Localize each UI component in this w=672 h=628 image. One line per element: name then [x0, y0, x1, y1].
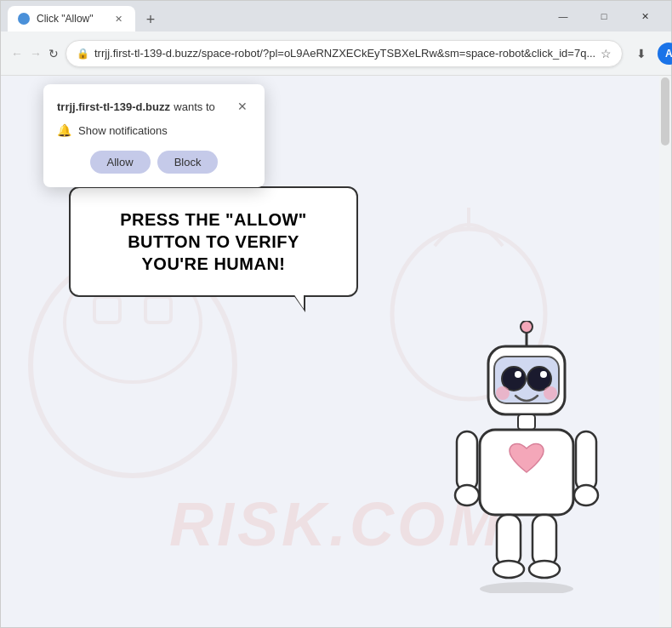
- scrollbar[interactable]: [659, 76, 671, 627]
- svg-point-25: [529, 561, 560, 578]
- lock-icon: 🔒: [77, 48, 89, 60]
- allow-button[interactable]: Allow: [90, 151, 151, 174]
- popup-header-text: trrjj.first-tl-139-d.buzz wants to: [57, 99, 215, 114]
- svg-point-21: [574, 485, 598, 505]
- forward-button[interactable]: →: [30, 42, 42, 66]
- back-button[interactable]: ←: [11, 42, 23, 66]
- svg-rect-16: [518, 414, 535, 430]
- url-display: trrjj.first-tl-139-d.buzz/space-robot/?p…: [94, 47, 595, 60]
- popup-buttons: Allow Block: [57, 151, 251, 174]
- profile-button[interactable]: A: [657, 42, 672, 66]
- active-tab[interactable]: Click "Allow" ✕: [8, 6, 135, 31]
- scrollbar-thumb[interactable]: [661, 77, 669, 146]
- svg-rect-2: [94, 297, 120, 323]
- popup-header: trrjj.first-tl-139-d.buzz wants to ✕: [57, 98, 251, 115]
- popup-domain: trrjj.first-tl-139-d.buzz: [57, 100, 170, 113]
- svg-point-26: [480, 582, 573, 593]
- svg-rect-20: [576, 431, 596, 491]
- svg-rect-3: [145, 297, 171, 323]
- svg-point-19: [455, 485, 479, 505]
- download-button[interactable]: ⬇: [629, 42, 653, 66]
- show-notifications-label: Show notifications: [78, 124, 168, 137]
- reload-button[interactable]: ↻: [48, 42, 59, 66]
- close-button[interactable]: ✕: [625, 1, 664, 31]
- speech-text: PRESS THE "ALLOW" BUTTON TO VERIFY YOU'R…: [94, 208, 333, 275]
- address-bar: ← → ↻ 🔒 trrjj.first-tl-139-d.buzz/space-…: [1, 31, 671, 76]
- svg-rect-22: [497, 515, 521, 566]
- tab-title: Click "Allow": [37, 13, 105, 25]
- svg-rect-18: [457, 431, 477, 491]
- svg-point-15: [544, 386, 557, 400]
- notification-popup: trrjj.first-tl-139-d.buzz wants to ✕ 🔔 S…: [43, 84, 265, 187]
- window-controls: — □ ✕: [544, 1, 664, 31]
- svg-point-12: [515, 371, 521, 378]
- tab-bar: Click "Allow" ✕ +: [8, 1, 537, 31]
- minimize-button[interactable]: —: [544, 1, 583, 31]
- maximize-button[interactable]: □: [584, 1, 624, 31]
- block-button[interactable]: Block: [157, 151, 219, 174]
- robot-svg: [433, 321, 620, 593]
- page-content: RISK.COM PRESS THE "ALLOW" BUTTON TO VER…: [1, 76, 671, 627]
- speech-bubble: PRESS THE "ALLOW" BUTTON TO VERIFY YOU'R…: [69, 186, 358, 297]
- new-tab-button[interactable]: +: [139, 8, 162, 31]
- address-input[interactable]: 🔒 trrjj.first-tl-139-d.buzz/space-robot/…: [65, 40, 623, 67]
- toolbar-icons: ⬇ A ⋮: [629, 42, 672, 66]
- tab-close-button[interactable]: ✕: [111, 12, 125, 26]
- bookmark-icon[interactable]: ☆: [601, 47, 612, 60]
- popup-wants-text: wants to: [174, 100, 214, 113]
- svg-point-14: [496, 386, 510, 400]
- svg-point-23: [493, 561, 524, 578]
- svg-rect-24: [532, 515, 556, 566]
- tab-favicon: [18, 13, 30, 25]
- popup-notification-row: 🔔 Show notifications: [57, 123, 251, 137]
- title-bar: Click "Allow" ✕ + — □ ✕: [1, 1, 671, 31]
- browser-window: Click "Allow" ✕ + — □ ✕ ← → ↻ 🔒 trrjj.fi…: [0, 0, 672, 628]
- robot-illustration: [433, 321, 620, 593]
- profile-avatar: A: [658, 43, 672, 65]
- popup-close-button[interactable]: ✕: [234, 98, 251, 115]
- bell-icon: 🔔: [57, 123, 71, 137]
- svg-point-13: [540, 371, 547, 378]
- svg-point-7: [521, 321, 532, 333]
